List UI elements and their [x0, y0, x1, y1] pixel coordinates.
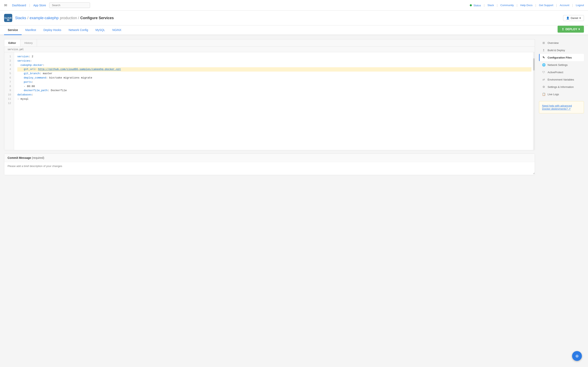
commit-section: Commit Message (required)	[4, 154, 535, 175]
tabs-bar: Service Manifest Deploy Hooks Network Co…	[0, 25, 588, 35]
tab-deploy-hooks[interactable]: Deploy Hooks	[40, 25, 65, 35]
deploy-chevron-icon: ▾	[579, 27, 580, 31]
logout-link[interactable]: Logout	[576, 4, 584, 7]
sidebar-item-settings-information[interactable]: ⚙ Settings & Information	[539, 83, 584, 91]
code-line-4: git_url: http://github.com/cloud66-sampl…	[17, 67, 531, 72]
nav-divider-1: |	[29, 4, 30, 7]
editor-tabs: Editor History	[4, 39, 535, 47]
editor-scrollbar[interactable]	[533, 52, 535, 150]
tab-nginx[interactable]: NGINX	[109, 25, 125, 35]
sidebar-label-settings-information: Settings & Information	[548, 85, 574, 89]
sidebar: ⊞ Overview ↥ Build & Deploy ✎ Configurat…	[539, 39, 584, 175]
code-line-2: services:	[17, 59, 531, 63]
commit-input[interactable]	[4, 162, 535, 174]
top-navigation: ✉ Dashboard | App Store Status | Slack |…	[0, 0, 588, 11]
sidebar-item-live-logs[interactable]: 📋 Live Logs	[539, 91, 584, 98]
nav-divider-2: |	[484, 4, 485, 7]
dashboard-link[interactable]: Dashboard	[12, 4, 26, 7]
commit-header: Commit Message (required)	[4, 154, 535, 162]
code-line-9: dockerfile_path: Dockerfile	[17, 89, 531, 93]
sidebar-label-overview: Overview	[548, 42, 559, 44]
line-numbers: 12345 678910 1112	[4, 52, 14, 150]
sidebar-item-build-deploy[interactable]: ↥ Build & Deploy	[539, 47, 584, 54]
nav-right: Status | Slack | Community | Help Docs |…	[470, 4, 584, 7]
stacks-link[interactable]: Stacks	[15, 16, 26, 20]
tab-network-config[interactable]: Network Config	[65, 25, 92, 35]
sidebar-label-environment-variables: Environment Variables	[548, 78, 574, 81]
sidebar-label-activeprotect: ActiveProtect	[548, 71, 563, 74]
status-indicator: Status	[470, 4, 481, 7]
sidebar-label-network-settings: Network Settings	[548, 63, 568, 67]
code-line-7: ports:	[17, 80, 531, 84]
nav-left: ✉ Dashboard | App Store	[4, 2, 90, 8]
sidebar-item-configuration-files[interactable]: ✎ Configuration Files	[539, 54, 584, 61]
editor-tab-history[interactable]: History	[20, 39, 37, 47]
status-dot	[470, 4, 472, 6]
build-deploy-icon: ↥	[542, 49, 545, 52]
help-box: Need help with advanced Docker deploymen…	[539, 101, 584, 113]
tab-manifest[interactable]: Manifest	[22, 25, 40, 35]
appstore-link[interactable]: App Store	[33, 4, 46, 7]
user-menu-button[interactable]: 👤 Daniel ▾	[563, 15, 584, 21]
slack-link[interactable]: Slack	[487, 4, 494, 7]
code-line-1: version: 2	[17, 55, 531, 59]
code-line-10: databases:	[17, 93, 531, 97]
account-link[interactable]: Account	[560, 4, 570, 7]
user-name: Daniel	[571, 17, 578, 20]
config-files-icon: ✎	[542, 56, 545, 59]
main-layout: Editor History service.yml 12345 678910 …	[0, 35, 588, 179]
breadcrumb: CLOUD 66 Stacks / example-cakephp produc…	[4, 14, 114, 22]
page-title: Configure Services	[80, 16, 114, 20]
chevron-down-icon: ▾	[579, 17, 581, 20]
email-icon: ✉	[4, 3, 7, 8]
sidebar-label-configuration-files: Configuration Files	[548, 56, 572, 59]
code-content[interactable]: version: 2 services: cakephp-docker: git…	[14, 52, 535, 150]
overview-icon: ⊞	[542, 41, 545, 44]
sidebar-label-build-deploy: Build & Deploy	[548, 49, 565, 52]
sidebar-item-network-settings[interactable]: 🌐 Network Settings	[539, 61, 584, 68]
tab-mysql[interactable]: MySQL	[92, 25, 109, 35]
project-link[interactable]: example-cakephp	[30, 16, 59, 20]
code-editor[interactable]: 12345 678910 1112 version: 2 services: c…	[4, 52, 535, 150]
environment-variables-icon: ⇄	[542, 78, 545, 81]
scrollbar-thumb	[533, 58, 535, 71]
code-line-8: - 80:80	[17, 84, 531, 89]
sidebar-label-live-logs: Live Logs	[548, 93, 559, 96]
code-filename: service.yml	[4, 47, 535, 52]
sidebar-item-overview[interactable]: ⊞ Overview	[539, 39, 584, 47]
deploy-label: DEPLOY	[565, 27, 577, 31]
sidebar-item-environment-variables[interactable]: ⇄ Environment Variables	[539, 76, 584, 83]
activeprotect-icon: 🛡	[542, 71, 545, 74]
help-box-link[interactable]: Need help with advanced Docker deploymen…	[542, 104, 572, 110]
search-input[interactable]	[49, 2, 90, 8]
deploy-button[interactable]: ↥ DEPLOY ▾	[558, 26, 584, 33]
commit-label: Commit Message	[8, 156, 31, 159]
settings-information-icon: ⚙	[542, 85, 545, 89]
code-line-11: - mysql	[17, 97, 531, 101]
helpdocs-link[interactable]: Help Docs	[520, 4, 532, 7]
code-line-6: deploy_command: bin/cake migrations migr…	[17, 76, 531, 80]
breadcrumb-sep-1: /	[27, 16, 28, 20]
code-line-5: git_branch: master	[17, 72, 531, 76]
code-line-3: cakephp-docker:	[17, 63, 531, 67]
content-area: Editor History service.yml 12345 678910 …	[4, 39, 535, 175]
svg-text:66: 66	[7, 19, 9, 21]
user-icon: 👤	[566, 17, 570, 20]
editor-tab-editor[interactable]: Editor	[4, 39, 20, 47]
live-logs-icon: 📋	[542, 92, 545, 96]
sidebar-item-activeprotect[interactable]: 🛡 ActiveProtect	[539, 68, 584, 76]
getsupport-link[interactable]: Get Support	[539, 4, 553, 7]
status-link[interactable]: Status	[474, 4, 481, 7]
breadcrumb-bar: CLOUD 66 Stacks / example-cakephp produc…	[0, 11, 588, 25]
deploy-icon: ↥	[562, 27, 564, 31]
tab-service[interactable]: Service	[4, 25, 22, 35]
cloud66-logo-icon: CLOUD 66	[4, 14, 12, 22]
network-settings-icon: 🌐	[542, 63, 545, 67]
commit-required: (required)	[32, 156, 44, 159]
code-editor-wrapper: service.yml 12345 678910 1112 version: 2…	[4, 47, 535, 150]
breadcrumb-text-env: production /	[60, 16, 79, 20]
community-link[interactable]: Community	[501, 4, 514, 7]
